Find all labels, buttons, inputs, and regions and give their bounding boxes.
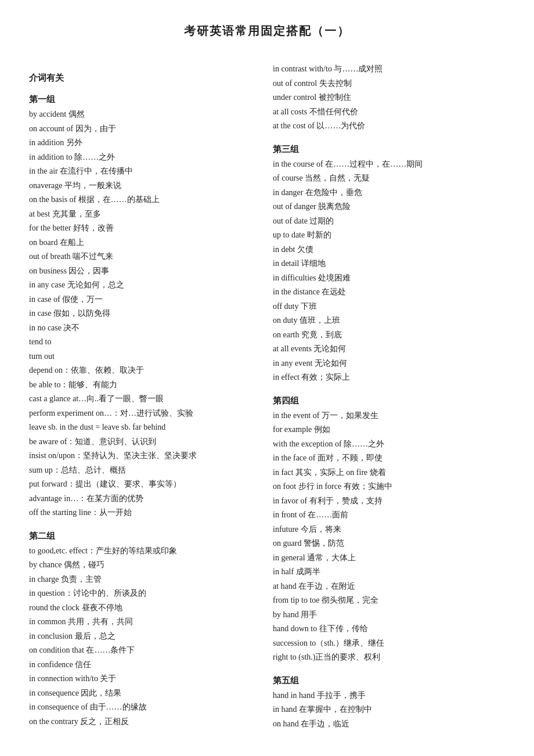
list-item: round the clock 昼夜不停地 xyxy=(29,601,255,615)
list-item: on business 因公，因事 xyxy=(29,264,255,279)
list-item: succession to（sth.）继承、继任 xyxy=(273,636,505,651)
right-column: in contrast with/to 与……成对照out of control… xyxy=(267,62,505,731)
list-item: at all costs 不惜任何代价 xyxy=(273,105,505,120)
list-item: in any case 无论如何，总之 xyxy=(29,278,255,293)
list-item: on account of 因为，由于 xyxy=(29,122,255,136)
list-item: on duty 值班，上班 xyxy=(273,314,505,328)
list-item: on guard 警惕，防范 xyxy=(273,537,505,551)
group5-items: hand in hand 手拉手，携手in hand 在掌握中，在控制中on h… xyxy=(273,689,505,732)
list-item: in the event of 万一，如果发生 xyxy=(273,409,505,423)
list-item: in the face of 面对，不顾，即使 xyxy=(273,451,505,466)
list-item: advantage in…：在某方面的优势 xyxy=(29,492,255,506)
list-item: in favor of 有利于，赞成，支持 xyxy=(273,494,505,509)
list-item: onaverage 平均，一般来说 xyxy=(29,179,255,193)
list-item: with the exception of 除……之外 xyxy=(273,437,505,452)
list-item: turn out xyxy=(29,350,255,364)
list-item: by chance 偶然，碰巧 xyxy=(29,558,255,573)
list-item: in half 成两半 xyxy=(273,565,505,579)
list-item: in conclusion 最后，总之 xyxy=(29,629,255,644)
list-item: on the basis of 根据，在……的基础上 xyxy=(29,193,255,207)
list-item: in case 假如，以防免得 xyxy=(29,307,255,321)
list-item: in contrast with/to 与……成对照 xyxy=(273,62,505,77)
list-item: at the cost of 以……为代价 xyxy=(273,119,505,134)
list-item: in question：讨论中的、所谈及的 xyxy=(29,586,255,601)
list-item: on board 在船上 xyxy=(29,236,255,250)
list-item: in hand 在掌握中，在控制中 xyxy=(273,703,505,717)
list-item: by accident 偶然 xyxy=(29,107,255,122)
list-item: in difficulties 处境困难 xyxy=(273,271,505,286)
list-item: tend to xyxy=(29,335,255,350)
group2-title: 第二组 xyxy=(29,531,255,542)
group1-title: 第一组 xyxy=(29,94,255,105)
list-item: in the distance 在远处 xyxy=(273,285,505,300)
list-item: to good,etc. effect：产生好的等结果或印象 xyxy=(29,544,255,559)
list-item: in any event 无论如何 xyxy=(273,357,505,371)
list-item: in common 共用，共有，共同 xyxy=(29,615,255,629)
list-item: in charge 负责，主管 xyxy=(29,573,255,587)
list-item: out of danger 脱离危险 xyxy=(273,200,505,214)
list-item: infuture 今后，将来 xyxy=(273,523,505,537)
right-group1-items: in contrast with/to 与……成对照out of control… xyxy=(273,62,505,134)
list-item: be able to：能够、有能力 xyxy=(29,378,255,393)
list-item: on hand 在手边，临近 xyxy=(273,717,505,732)
group4-items: in the event of 万一，如果发生for example 例如wit… xyxy=(273,409,505,665)
list-item: of course 当然，自然，无疑 xyxy=(273,171,505,186)
list-item: out of date 过期的 xyxy=(273,214,505,229)
list-item: in general 通常，大体上 xyxy=(273,551,505,566)
list-item: insist on/upon：坚持认为、坚决主张、坚决要求 xyxy=(29,449,255,463)
list-item: up to date 时新的 xyxy=(273,228,505,243)
list-item: perform experiment on…：对…进行试验、实验 xyxy=(29,406,255,421)
list-item: for the better 好转，改善 xyxy=(29,221,255,236)
list-item: at best 充其量，至多 xyxy=(29,207,255,222)
list-item: in case of 假使，万一 xyxy=(29,293,255,307)
list-item: in connection with/to 关于 xyxy=(29,672,255,686)
list-item: on the contrary 反之，正相反 xyxy=(29,715,255,729)
list-item: under control 被控制住 xyxy=(273,91,505,105)
list-item: in the course of 在……过程中，在……期间 xyxy=(273,157,505,172)
group3-items: in the course of 在……过程中，在……期间of course 当… xyxy=(273,157,505,385)
list-item: in debt 欠债 xyxy=(273,243,505,257)
list-item: in addition to 除……之外 xyxy=(29,150,255,165)
list-item: in consequence of 由于……的缘故 xyxy=(29,700,255,715)
list-item: in effect 有效；实际上 xyxy=(273,370,505,385)
list-item: off the starting line：从一开始 xyxy=(29,506,255,520)
list-item: by hand 用手 xyxy=(273,608,505,622)
list-item: in fact 其实，实际上 on fire 烧着 xyxy=(273,466,505,480)
list-item: in danger 在危险中，垂危 xyxy=(273,186,505,200)
group4-title: 第四组 xyxy=(273,395,505,406)
group5-title: 第五组 xyxy=(273,675,505,686)
list-item: for example 例如 xyxy=(273,423,505,437)
list-item: cast a glance at…向..看了一眼、瞥一眼 xyxy=(29,392,255,406)
list-item: put forward：提出（建议、要求、事实等） xyxy=(29,477,255,492)
list-item: from tip to toe 彻头彻尾，完全 xyxy=(273,593,505,608)
group3-title: 第三组 xyxy=(273,144,505,155)
list-item: in addition 另外 xyxy=(29,136,255,150)
list-item: in no case 决不 xyxy=(29,321,255,336)
list-item: out of control 失去控制 xyxy=(273,77,505,91)
list-item: right to (sth.)正当的要求、权利 xyxy=(273,650,505,665)
list-item: in front of 在……面前 xyxy=(273,508,505,523)
list-item: out of breath 喘不过气来 xyxy=(29,250,255,264)
group2-items: to good,etc. effect：产生好的等结果或印象by chance … xyxy=(29,544,255,729)
list-item: at all events 无论如何 xyxy=(273,342,505,357)
list-item: in consequence 因此，结果 xyxy=(29,686,255,701)
group1-items: by accident 偶然on account of 因为，由于in addi… xyxy=(29,107,255,520)
list-item: leave sb. in the dust = leave sb. far be… xyxy=(29,420,255,435)
list-item: sum up：总结、总计、概括 xyxy=(29,463,255,478)
list-item: be aware of：知道、意识到、认识到 xyxy=(29,435,255,449)
list-item: in detail 详细地 xyxy=(273,257,505,271)
intro-label: 介词有关 xyxy=(29,73,255,84)
list-item: on condition that 在……条件下 xyxy=(29,643,255,658)
list-item: off duty 下班 xyxy=(273,300,505,314)
list-item: depend on：依靠、依赖、取决于 xyxy=(29,363,255,378)
left-column: 介词有关 第一组 by accident 偶然on account of 因为，… xyxy=(29,62,267,731)
page-title: 考研英语常用固定搭配（一） xyxy=(29,23,505,39)
list-item: at hand 在手边，在附近 xyxy=(273,579,505,594)
list-item: in the air 在流行中，在传播中 xyxy=(29,164,255,179)
list-item: hand in hand 手拉手，携手 xyxy=(273,689,505,703)
list-item: hand down to 往下传，传给 xyxy=(273,622,505,636)
list-item: in confidence 信任 xyxy=(29,658,255,672)
list-item: on earth 究竟，到底 xyxy=(273,328,505,343)
list-item: on foot 步行 in force 有效；实施中 xyxy=(273,480,505,494)
